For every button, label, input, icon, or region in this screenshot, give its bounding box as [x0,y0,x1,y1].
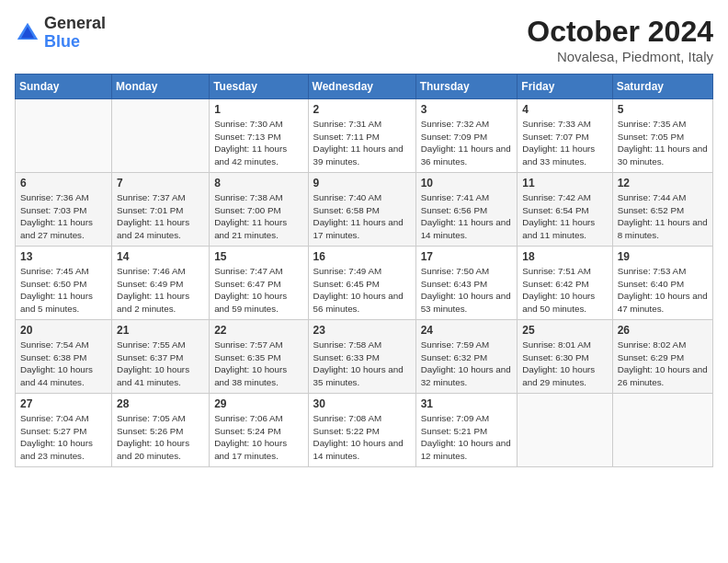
calendar-cell: 22Sunrise: 7:57 AMSunset: 6:35 PMDayligh… [210,320,308,394]
day-number: 4 [522,103,607,116]
day-number: 6 [20,177,107,190]
calendar-cell: 6Sunrise: 7:36 AMSunset: 7:03 PMDaylight… [16,173,112,247]
calendar-header: SundayMondayTuesdayWednesdayThursdayFrid… [16,75,713,99]
day-info: Sunrise: 7:33 AMSunset: 7:07 PMDaylight:… [522,118,607,168]
calendar-cell: 14Sunrise: 7:46 AMSunset: 6:49 PMDayligh… [112,247,210,320]
day-number: 12 [618,177,708,190]
day-info: Sunrise: 7:53 AMSunset: 6:40 PMDaylight:… [618,265,708,316]
logo-icon [15,20,40,46]
day-number: 2 [313,103,411,116]
calendar-cell: 26Sunrise: 8:02 AMSunset: 6:29 PMDayligh… [612,320,712,394]
day-info: Sunrise: 7:45 AMSunset: 6:50 PMDaylight:… [20,265,107,316]
calendar-body: 1Sunrise: 7:30 AMSunset: 7:13 PMDaylight… [16,99,713,467]
calendar-cell: 18Sunrise: 7:51 AMSunset: 6:42 PMDayligh… [518,247,612,320]
day-number: 20 [20,324,107,337]
calendar-cell: 12Sunrise: 7:44 AMSunset: 6:52 PMDayligh… [612,173,712,247]
calendar-cell: 28Sunrise: 7:05 AMSunset: 5:26 PMDayligh… [112,394,210,467]
day-info: Sunrise: 8:02 AMSunset: 6:29 PMDaylight:… [618,339,708,389]
day-number: 25 [522,324,607,337]
day-info: Sunrise: 7:47 AMSunset: 6:47 PMDaylight:… [214,265,302,316]
header-cell-saturday: Saturday [612,75,712,99]
day-info: Sunrise: 7:31 AMSunset: 7:11 PMDaylight:… [313,118,411,168]
header-cell-monday: Monday [112,75,210,99]
calendar-cell: 31Sunrise: 7:09 AMSunset: 5:21 PMDayligh… [415,394,518,467]
calendar-cell: 2Sunrise: 7:31 AMSunset: 7:11 PMDaylight… [308,99,415,173]
day-number: 13 [20,250,107,263]
calendar-cell: 24Sunrise: 7:59 AMSunset: 6:32 PMDayligh… [415,320,518,394]
calendar-cell: 11Sunrise: 7:42 AMSunset: 6:54 PMDayligh… [518,173,612,247]
day-info: Sunrise: 7:05 AMSunset: 5:26 PMDaylight:… [117,412,204,463]
calendar-cell: 4Sunrise: 7:33 AMSunset: 7:07 PMDaylight… [518,99,612,173]
day-info: Sunrise: 7:30 AMSunset: 7:13 PMDaylight:… [214,118,302,168]
calendar-cell: 13Sunrise: 7:45 AMSunset: 6:50 PMDayligh… [16,247,112,320]
day-info: Sunrise: 7:46 AMSunset: 6:49 PMDaylight:… [117,265,204,316]
logo-general-text: General [44,15,106,33]
calendar-week-3: 13Sunrise: 7:45 AMSunset: 6:50 PMDayligh… [16,247,713,320]
day-number: 28 [117,397,204,410]
day-number: 29 [214,397,302,410]
day-number: 30 [313,397,411,410]
day-number: 14 [117,250,204,263]
day-info: Sunrise: 7:50 AMSunset: 6:43 PMDaylight:… [421,265,513,316]
day-info: Sunrise: 7:08 AMSunset: 5:22 PMDaylight:… [313,412,411,463]
calendar-cell: 1Sunrise: 7:30 AMSunset: 7:13 PMDaylight… [210,99,308,173]
page-header: General Blue October 2024 Novalesa, Pied… [15,15,713,64]
calendar-cell: 17Sunrise: 7:50 AMSunset: 6:43 PMDayligh… [415,247,518,320]
day-info: Sunrise: 7:41 AMSunset: 6:56 PMDaylight:… [421,191,513,242]
calendar-week-4: 20Sunrise: 7:54 AMSunset: 6:38 PMDayligh… [16,320,713,394]
calendar-cell: 19Sunrise: 7:53 AMSunset: 6:40 PMDayligh… [612,247,712,320]
calendar-cell: 21Sunrise: 7:55 AMSunset: 6:37 PMDayligh… [112,320,210,394]
day-number: 1 [214,103,302,116]
header-cell-friday: Friday [518,75,612,99]
logo-text: General Blue [44,15,106,52]
day-number: 17 [421,250,513,263]
calendar-cell: 20Sunrise: 7:54 AMSunset: 6:38 PMDayligh… [16,320,112,394]
title-block: October 2024 Novalesa, Piedmont, Italy [527,15,713,64]
day-number: 22 [214,324,302,337]
calendar-cell: 30Sunrise: 7:08 AMSunset: 5:22 PMDayligh… [308,394,415,467]
calendar-week-2: 6Sunrise: 7:36 AMSunset: 7:03 PMDaylight… [16,173,713,247]
calendar-cell: 10Sunrise: 7:41 AMSunset: 6:56 PMDayligh… [415,173,518,247]
day-info: Sunrise: 7:36 AMSunset: 7:03 PMDaylight:… [20,191,107,242]
day-number: 8 [214,177,302,190]
calendar-cell: 7Sunrise: 7:37 AMSunset: 7:01 PMDaylight… [112,173,210,247]
calendar-cell: 9Sunrise: 7:40 AMSunset: 6:58 PMDaylight… [308,173,415,247]
day-info: Sunrise: 7:49 AMSunset: 6:45 PMDaylight:… [313,265,411,316]
calendar-cell: 23Sunrise: 7:58 AMSunset: 6:33 PMDayligh… [308,320,415,394]
calendar-cell: 27Sunrise: 7:04 AMSunset: 5:27 PMDayligh… [16,394,112,467]
calendar-week-5: 27Sunrise: 7:04 AMSunset: 5:27 PMDayligh… [16,394,713,467]
header-row: SundayMondayTuesdayWednesdayThursdayFrid… [16,75,713,99]
day-number: 5 [618,103,708,116]
day-info: Sunrise: 7:51 AMSunset: 6:42 PMDaylight:… [522,265,607,316]
header-cell-wednesday: Wednesday [308,75,415,99]
calendar-cell [112,99,210,173]
day-info: Sunrise: 7:40 AMSunset: 6:58 PMDaylight:… [313,191,411,242]
day-info: Sunrise: 7:54 AMSunset: 6:38 PMDaylight:… [20,339,107,389]
day-info: Sunrise: 7:58 AMSunset: 6:33 PMDaylight:… [313,339,411,389]
day-info: Sunrise: 7:04 AMSunset: 5:27 PMDaylight:… [20,412,107,463]
page-title: October 2024 [527,15,713,49]
calendar-cell: 29Sunrise: 7:06 AMSunset: 5:24 PMDayligh… [210,394,308,467]
day-number: 3 [421,103,513,116]
day-info: Sunrise: 7:42 AMSunset: 6:54 PMDaylight:… [522,191,607,242]
calendar-cell: 25Sunrise: 8:01 AMSunset: 6:30 PMDayligh… [518,320,612,394]
day-number: 16 [313,250,411,263]
page-subtitle: Novalesa, Piedmont, Italy [527,49,713,64]
calendar-table: SundayMondayTuesdayWednesdayThursdayFrid… [15,74,713,467]
day-number: 23 [313,324,411,337]
calendar-cell: 8Sunrise: 7:38 AMSunset: 7:00 PMDaylight… [210,173,308,247]
calendar-cell: 16Sunrise: 7:49 AMSunset: 6:45 PMDayligh… [308,247,415,320]
day-number: 10 [421,177,513,190]
day-info: Sunrise: 8:01 AMSunset: 6:30 PMDaylight:… [522,339,607,389]
day-number: 15 [214,250,302,263]
day-info: Sunrise: 7:55 AMSunset: 6:37 PMDaylight:… [117,339,204,389]
day-info: Sunrise: 7:44 AMSunset: 6:52 PMDaylight:… [618,191,708,242]
logo: General Blue [15,15,106,52]
calendar-cell [612,394,712,467]
logo-blue-text: Blue [44,33,106,52]
calendar-cell [518,394,612,467]
day-number: 18 [522,250,607,263]
day-info: Sunrise: 7:37 AMSunset: 7:01 PMDaylight:… [117,191,204,242]
calendar-cell: 3Sunrise: 7:32 AMSunset: 7:09 PMDaylight… [415,99,518,173]
calendar-cell [16,99,112,173]
